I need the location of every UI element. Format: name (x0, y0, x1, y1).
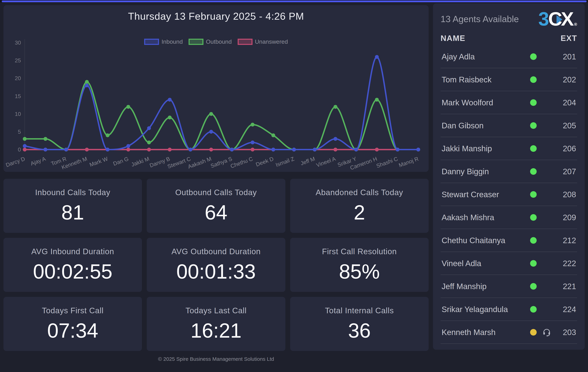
data-point-outbound (251, 123, 254, 127)
agent-extension: 204 (557, 98, 576, 107)
agent-status-dot (530, 306, 537, 312)
agents-available-title: 13 Agents Available (441, 14, 519, 24)
window-top-strip (0, 0, 588, 2)
agent-name: Vineel Adla (441, 259, 530, 268)
agent-row: Vineel Adla222 (441, 252, 577, 275)
data-point-outbound (334, 105, 337, 109)
data-point-unanswered (85, 148, 89, 151)
3cx-logo-3: 3 (538, 11, 548, 26)
stat-card-value: 00:01:33 (147, 261, 285, 282)
y-tick-label: 20 (15, 75, 21, 81)
data-point-unanswered (147, 148, 151, 151)
stat-card-total-internal-calls: Total Internal Calls36 (290, 297, 429, 351)
data-point-outbound (43, 137, 47, 141)
data-point-inbound (189, 148, 192, 151)
data-point-inbound (251, 141, 254, 144)
legend-label: Outbound (206, 38, 231, 45)
agent-status-dot (530, 53, 537, 60)
agent-extension: 222 (557, 259, 576, 268)
agent-name: Aakash Mishra (441, 213, 530, 222)
data-point-inbound (292, 148, 296, 151)
agent-status-dot (530, 214, 537, 221)
stat-card-value: 2 (290, 202, 429, 223)
data-point-unanswered (375, 148, 379, 151)
data-point-inbound (396, 148, 399, 151)
agents-list: Ajay Adla201Tom Raisbeck202Mark Woolford… (441, 45, 577, 344)
stat-card-abandoned-calls-today: Abandoned Calls Today2 (290, 179, 429, 233)
data-point-inbound (416, 148, 420, 151)
data-point-outbound (126, 105, 130, 109)
data-point-outbound (85, 80, 89, 84)
agent-status-dot (530, 76, 537, 83)
stat-cards-grid: Inbound Calls Today81Outbound Calls Toda… (3, 179, 429, 351)
stat-card-value: 36 (290, 320, 429, 341)
data-point-outbound (209, 112, 213, 116)
x-tick-label: Sathya S (210, 156, 233, 169)
data-point-outbound (147, 141, 151, 144)
agent-row: Dan Gibson205 (441, 114, 577, 137)
x-tick-label: Deek D (255, 156, 274, 168)
data-point-unanswered (126, 148, 130, 151)
agent-status-dot (530, 168, 537, 175)
3cx-logo: 3 C X ® (538, 11, 577, 26)
data-point-inbound (43, 148, 47, 151)
series-line-inbound (25, 57, 418, 150)
data-point-inbound (105, 148, 109, 151)
legend-item-inbound[interactable]: Inbound (144, 38, 183, 45)
agent-row: Srikar Yelagandula224 (441, 298, 577, 321)
stat-card-label: Outbound Calls Today (147, 188, 285, 197)
legend-label: Inbound (161, 38, 183, 45)
agent-name: Tom Raisbeck (441, 75, 530, 84)
y-tick-label: 0 (18, 146, 21, 153)
series-line-outbound (25, 82, 418, 150)
agent-extension: 209 (557, 213, 576, 222)
agent-extension: 207 (557, 167, 576, 176)
data-point-inbound (64, 148, 68, 151)
x-tick-label: Darcy D (5, 156, 26, 168)
data-point-inbound (313, 148, 317, 151)
agent-name: Jakki Manship (441, 144, 530, 153)
x-tick-label: Chethu C (230, 156, 253, 170)
sidebar-header: 13 Agents Available 3 C X ® (441, 11, 577, 27)
data-point-unanswered (209, 148, 213, 151)
agents-sidebar: 13 Agents Available 3 C X ® NAME EXT Aja… (433, 3, 585, 350)
y-tick-label: 5 (18, 129, 21, 135)
data-point-inbound (334, 137, 337, 141)
y-tick-label: 15 (15, 93, 21, 99)
agent-name: Danny Biggin (441, 167, 530, 176)
agent-status-dot (530, 99, 537, 106)
agent-name: Jeff Manship (441, 282, 530, 291)
stat-card-label: AVG Inbound Duration (3, 247, 142, 256)
agent-extension: 208 (557, 190, 576, 199)
agent-extension: 205 (557, 121, 576, 130)
agent-row: Jeff Manship221 (441, 275, 577, 298)
stat-card-inbound-calls-today: Inbound Calls Today81 (3, 179, 142, 233)
agent-name: Stewart Creaser (441, 190, 530, 199)
dashboard-date-title: Thursday 13 February 2025 - 4:26 PM (3, 10, 429, 22)
stat-card-label: AVG Outbound Duration (147, 247, 285, 256)
column-header-name: NAME (441, 33, 465, 43)
data-point-inbound (354, 148, 358, 151)
x-tick-label: Dan G (112, 156, 129, 167)
agent-extension: 221 (557, 282, 576, 291)
stat-card-value: 64 (147, 202, 285, 223)
data-point-outbound (271, 133, 275, 137)
x-tick-label: Jeff M (300, 156, 316, 166)
agent-row: Chethu Chaitanya212 (441, 229, 577, 252)
stat-card-avg-outbound-duration: AVG Outbound Duration00:01:33 (147, 238, 285, 292)
agent-name: Srikar Yelagandula (441, 305, 530, 314)
stat-card-avg-inbound-duration: AVG Inbound Duration00:02:55 (3, 238, 142, 292)
data-point-inbound (209, 130, 213, 134)
legend-swatch-icon (189, 39, 203, 45)
stat-card-value: 85% (290, 261, 429, 282)
legend-item-outbound[interactable]: Outbound (189, 38, 231, 45)
data-point-inbound (147, 126, 151, 130)
copyright-footer: © 2025 Spire Business Management Solutio… (3, 356, 429, 362)
agent-extension: 212 (557, 236, 576, 245)
agent-status-dot (530, 191, 537, 198)
x-tick-label: Ajay A (30, 156, 47, 167)
legend-item-unanswered[interactable]: Unanswered (238, 38, 288, 45)
legend-label: Unanswered (255, 38, 288, 45)
legend-swatch-icon (238, 39, 252, 45)
agent-name: Ajay Adla (441, 52, 530, 61)
